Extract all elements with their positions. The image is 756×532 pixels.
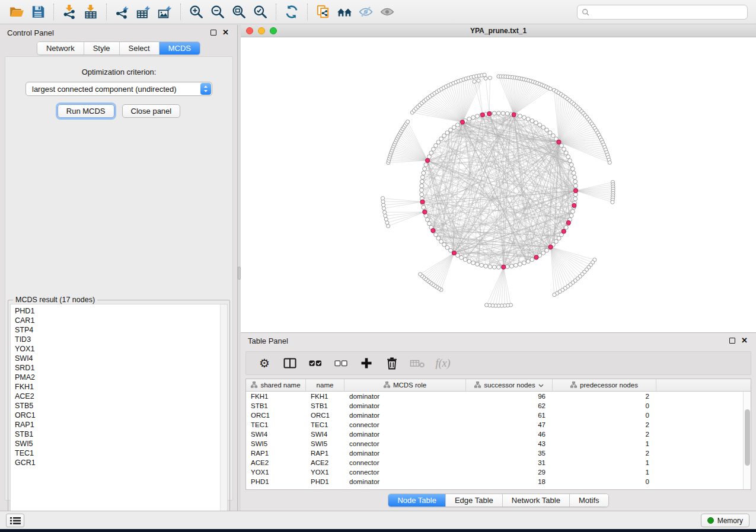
network-node[interactable] [608,161,611,164]
network-node[interactable] [383,210,387,214]
table-tab-motifs[interactable]: Motifs [570,494,608,507]
table-cell[interactable]: dominator [344,392,466,401]
network-node[interactable] [545,248,549,252]
import-table-icon[interactable] [80,2,101,21]
mcds-node[interactable] [480,113,484,117]
network-node[interactable] [467,259,471,264]
network-node[interactable] [406,120,410,123]
mcds-result-node[interactable]: ACE2 [15,392,227,401]
table-cell[interactable]: 43 [466,439,553,448]
table-cell[interactable]: dominator [344,411,466,420]
mcds-result-node[interactable]: FKH1 [15,382,227,392]
network-node[interactable] [484,264,488,268]
network-node[interactable] [571,210,575,214]
open-file-icon[interactable] [6,2,27,21]
table-cell[interactable]: 31 [466,458,553,467]
network-node[interactable] [568,159,572,163]
table-row[interactable]: TEC1TEC1connector472 [246,420,751,430]
add-column-icon[interactable] [359,355,374,371]
table-cell[interactable]: SWI5 [246,439,306,448]
mcds-result-node[interactable]: GCR1 [15,458,227,467]
network-node[interactable] [420,188,424,193]
table-cell[interactable]: TEC1 [246,420,306,430]
import-network-icon[interactable] [59,2,80,21]
network-node[interactable] [423,167,427,171]
zoom-fit-icon[interactable] [228,2,250,21]
network-node[interactable] [518,114,522,118]
mcds-list-scrollbar[interactable] [220,305,227,517]
search-input[interactable] [577,5,748,20]
table-cell[interactable]: 18 [466,477,553,486]
network-node[interactable] [483,73,486,76]
criterion-dropdown[interactable]: largest connected component (undirected) [25,82,212,96]
table-scrollbar-thumb[interactable] [745,409,750,466]
table-cell[interactable]: dominator [344,401,466,411]
network-node[interactable] [534,121,538,125]
show-log-console-button[interactable] [6,514,24,527]
table-cell[interactable]: STB1 [306,401,344,411]
table-cell[interactable]: STB1 [246,401,306,411]
network-node[interactable] [422,171,426,175]
network-node[interactable] [473,79,476,83]
column-header-predecessor-nodes[interactable]: predecessor nodes [553,379,656,391]
save-session-icon[interactable] [27,2,49,21]
network-node[interactable] [554,239,559,243]
table-cell[interactable]: dominator [344,430,466,439]
show-all-icon[interactable] [377,2,398,21]
table-cell[interactable]: 0 [553,411,656,420]
table-cell[interactable]: 96 [466,392,553,401]
network-node[interactable] [424,163,428,167]
hide-selected-icon[interactable] [355,2,377,21]
table-cell[interactable]: PHD1 [246,477,306,486]
float-panel-icon[interactable] [210,30,216,36]
table-cell[interactable]: 2 [553,392,656,401]
network-node[interactable] [488,76,492,79]
column-header-successor-nodes[interactable]: successor nodes [466,379,553,391]
table-cell[interactable]: TEC1 [306,420,344,430]
close-table-panel-icon[interactable]: ✕ [741,338,748,344]
network-node[interactable] [432,147,436,151]
network-node[interactable] [548,131,552,135]
network-node[interactable] [445,246,449,250]
table-cell[interactable]: PHD1 [306,477,344,486]
network-node[interactable] [501,111,505,116]
table-row[interactable]: PHD1PHD1dominator180 [246,477,751,486]
network-node[interactable] [467,117,471,121]
table-cell[interactable]: SWI4 [306,430,344,439]
tab-network[interactable]: Network [37,42,84,55]
network-node[interactable] [557,236,561,241]
network-node[interactable] [492,265,496,269]
table-cell[interactable]: SWI5 [306,439,344,448]
table-row[interactable]: SWI4SWI4dominator462 [246,430,751,439]
export-image-icon[interactable] [154,2,176,21]
node-table[interactable]: shared namenameMCDS rolesuccessor nodesp… [245,379,751,490]
network-node[interactable] [439,137,444,141]
network-node[interactable] [460,255,464,259]
mcds-node[interactable] [452,251,456,255]
network-node[interactable] [449,128,453,132]
network-node[interactable] [480,263,484,267]
mcds-node[interactable] [431,229,435,233]
network-node[interactable] [420,180,424,184]
network-node[interactable] [530,258,534,262]
zoom-in-icon[interactable] [186,2,207,21]
clone-network-icon[interactable] [312,2,334,21]
network-node[interactable] [572,171,576,175]
network-node[interactable] [442,243,446,247]
memory-button[interactable]: Memory [701,514,749,527]
network-node[interactable] [425,217,429,222]
network-node[interactable] [522,261,527,265]
network-node[interactable] [573,197,578,201]
network-node[interactable] [545,128,549,132]
network-node[interactable] [471,261,476,265]
close-panel-icon[interactable]: ✕ [222,30,229,36]
run-mcds-button[interactable]: Run MCDS [58,104,114,118]
table-tab-network-table[interactable]: Network Table [503,494,570,507]
network-node[interactable] [505,111,509,116]
network-node[interactable] [445,131,449,135]
table-row[interactable]: ORC1ORC1dominator610 [246,411,751,420]
show-columns-icon[interactable] [282,355,298,371]
network-node[interactable] [420,193,424,197]
table-cell[interactable]: SWI4 [246,430,306,439]
network-canvas[interactable] [241,37,756,332]
